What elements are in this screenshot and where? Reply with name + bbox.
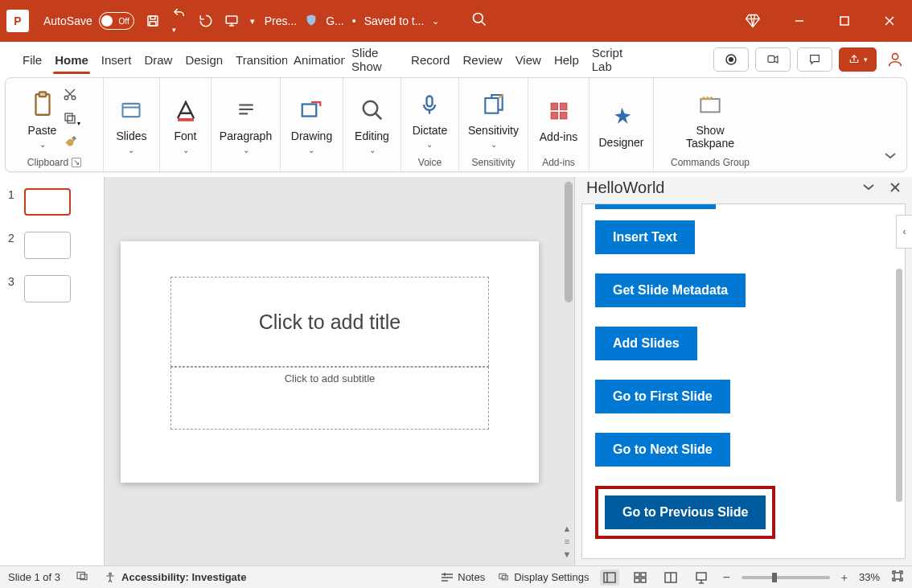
taskpane-side-tab[interactable]: ‹ <box>896 215 912 249</box>
tab-design[interactable]: Design <box>179 42 229 77</box>
tab-animations[interactable]: Animations <box>287 42 345 77</box>
drawing-button[interactable]: Drawing⌄ <box>291 94 332 154</box>
group-designer: Designer <box>590 78 654 171</box>
subtitle-placeholder[interactable]: Click to add subtitle <box>170 367 489 430</box>
redo-icon[interactable] <box>199 14 213 28</box>
go-to-previous-slide-button[interactable]: Go to Previous Slide <box>605 495 766 529</box>
tab-draw[interactable]: Draw <box>138 42 179 77</box>
taskpane-chevron-icon[interactable] <box>862 179 875 197</box>
slides-button[interactable]: Slides⌄ <box>116 94 146 154</box>
font-button[interactable]: Font⌄ <box>174 94 198 154</box>
close-button[interactable] <box>867 0 912 42</box>
format-painter-icon[interactable] <box>63 135 80 151</box>
svg-point-10 <box>729 57 733 62</box>
display-settings-button[interactable]: Display Settings <box>496 571 589 583</box>
ribbon-collapse-icon[interactable] <box>884 150 897 165</box>
search-icon[interactable] <box>471 11 487 31</box>
zoom-slider[interactable] <box>742 576 830 579</box>
sensitivity-short[interactable]: G... <box>326 14 344 27</box>
ribbon-tabs: File Home Insert Draw Design Transition … <box>0 42 912 77</box>
maximize-button[interactable] <box>822 0 867 42</box>
language-icon[interactable] <box>75 569 89 585</box>
slide-nav-arrows[interactable]: ▲ ≡ ▼ <box>561 524 573 559</box>
qat-overflow-icon[interactable]: ▾ <box>250 16 255 27</box>
svg-rect-54 <box>696 573 706 580</box>
toggle-knob <box>101 15 113 27</box>
clipboard-launcher-icon[interactable]: ↘ <box>72 158 81 167</box>
fit-to-window-icon[interactable] <box>891 569 904 585</box>
insert-text-button[interactable]: Insert Text <box>595 220 695 254</box>
taskpane-scrollbar[interactable] <box>896 269 902 502</box>
divider-icon: ≡ <box>565 537 569 546</box>
go-to-first-slide-button[interactable]: Go to First Slide <box>595 380 730 413</box>
editing-button[interactable]: Editing⌄ <box>355 94 389 154</box>
minimize-button[interactable] <box>777 0 822 42</box>
show-taskpane-button[interactable]: Show Taskpane <box>686 88 734 150</box>
group-slides: Slides⌄ <box>104 78 160 171</box>
taskpane-close-icon[interactable] <box>889 179 901 197</box>
comments-button[interactable] <box>797 47 832 72</box>
undo-icon[interactable]: ▾ <box>171 6 187 35</box>
group-addins: Add-ins Add-ins <box>528 78 590 171</box>
slideshow-view-icon[interactable] <box>692 569 711 586</box>
shield-icon[interactable] <box>305 14 318 29</box>
teams-button[interactable] <box>755 47 791 72</box>
tab-view[interactable]: View <box>509 42 548 77</box>
reading-view-icon[interactable] <box>661 569 680 586</box>
thumbnail-3[interactable] <box>24 275 71 302</box>
paragraph-button[interactable]: Paragraph⌄ <box>220 94 272 154</box>
thumb-number: 3 <box>8 275 18 288</box>
add-slides-button[interactable]: Add Slides <box>595 327 697 360</box>
thumbnail-1[interactable] <box>24 188 71 216</box>
next-slide-icon[interactable]: ▼ <box>563 549 572 559</box>
designer-button[interactable]: Designer <box>598 101 643 149</box>
svg-point-27 <box>363 101 377 116</box>
save-icon[interactable] <box>146 14 160 28</box>
copy-icon[interactable]: ▾ <box>63 111 80 129</box>
tab-insert[interactable]: Insert <box>95 42 138 77</box>
autosave-toggle[interactable]: AutoSave Off <box>43 12 134 30</box>
slide-counter[interactable]: Slide 1 of 3 <box>8 571 60 583</box>
normal-view-icon[interactable] <box>600 569 619 586</box>
toggle-track[interactable]: Off <box>99 12 134 30</box>
svg-point-12 <box>892 54 898 60</box>
share-button[interactable]: ▾ <box>839 47 877 72</box>
document-name[interactable]: Pres... <box>265 14 297 27</box>
tab-review[interactable]: Review <box>456 42 508 77</box>
present-icon[interactable] <box>224 14 239 28</box>
accessibility-status[interactable]: Accessibility: Investigate <box>104 571 246 584</box>
sensitivity-button[interactable]: Sensitivity⌄ <box>468 88 519 149</box>
zoom-in-button[interactable]: + <box>841 571 848 584</box>
addins-button[interactable]: Add-ins <box>540 95 577 143</box>
zoom-out-button[interactable]: − <box>722 570 729 585</box>
zoom-level[interactable]: 33% <box>859 571 880 583</box>
svg-rect-49 <box>641 573 646 577</box>
tab-file[interactable]: File <box>16 42 48 77</box>
sorter-view-icon[interactable] <box>631 569 650 586</box>
vertical-scrollbar[interactable] <box>565 182 573 302</box>
prev-slide-icon[interactable]: ▲ <box>563 524 572 533</box>
tab-record[interactable]: Record <box>405 42 456 77</box>
document-title-area: Pres... G... • Saved to t... ⌄ <box>265 14 440 29</box>
notes-button[interactable]: Notes <box>440 571 485 583</box>
group-clipboard: Paste ⌄ ▾ Clipboard ↘ <box>6 78 104 171</box>
dictate-button[interactable]: Dictate⌄ <box>413 88 448 149</box>
slide[interactable]: Click to add title Click to add subtitle <box>121 241 539 483</box>
tab-help[interactable]: Help <box>548 42 585 77</box>
taskpane-body: Insert Text Get Slide Metadata Add Slide… <box>581 204 906 559</box>
paste-button[interactable]: Paste ⌄ <box>28 88 57 149</box>
svg-rect-50 <box>635 578 639 582</box>
tab-home[interactable]: Home <box>48 42 95 77</box>
save-status-chevron-icon[interactable]: ⌄ <box>432 16 439 27</box>
diamond-icon[interactable] <box>745 13 761 29</box>
title-placeholder[interactable]: Click to add title <box>170 277 489 367</box>
go-to-next-slide-button[interactable]: Go to Next Slide <box>595 433 730 467</box>
account-avatar[interactable] <box>883 47 907 72</box>
record-button[interactable] <box>713 47 749 72</box>
tab-slideshow[interactable]: Slide Show <box>345 42 405 77</box>
cut-icon[interactable] <box>63 87 80 105</box>
tab-transitions[interactable]: Transition <box>229 42 287 77</box>
thumbnail-2[interactable] <box>24 232 71 259</box>
tab-scriptlab[interactable]: Script Lab <box>585 42 645 77</box>
get-slide-metadata-button[interactable]: Get Slide Metadata <box>595 273 746 307</box>
